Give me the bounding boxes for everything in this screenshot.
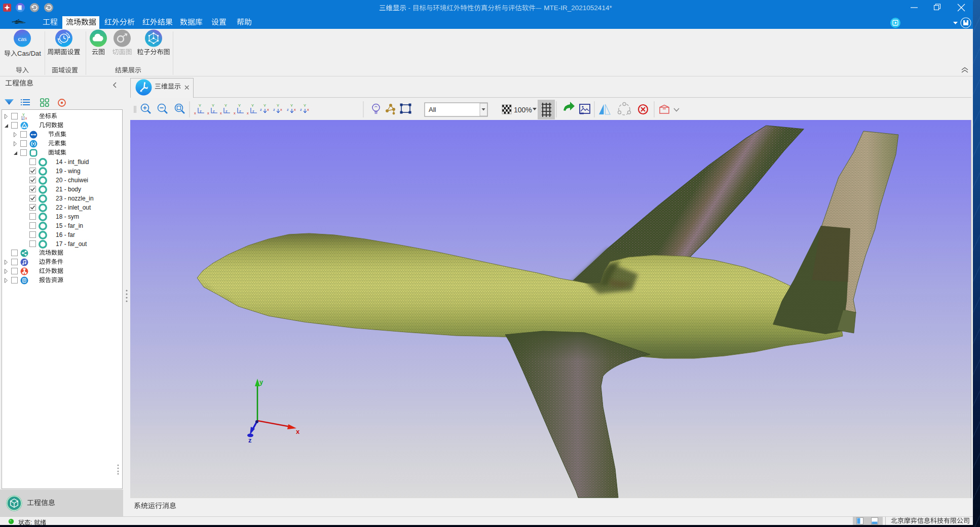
svg-text:z: z [200, 109, 202, 113]
svg-text:Y: Y [277, 103, 279, 108]
svg-text:x: x [267, 107, 269, 112]
svg-text:All: All [429, 106, 436, 113]
svg-text:Y: Y [304, 103, 306, 108]
svg-text:z: z [260, 107, 262, 112]
svg-text:x: x [220, 111, 222, 115]
svg-text:z: z [22, 116, 24, 120]
svg-text:cas: cas [18, 35, 26, 43]
svg-text:z: z [213, 109, 215, 113]
svg-text:Y: Y [263, 103, 266, 108]
svg-text:Y: Y [290, 103, 293, 108]
svg-text:x: x [280, 107, 282, 112]
svg-text:100%: 100% [514, 106, 532, 114]
svg-text:x: x [207, 111, 209, 115]
svg-text:z: z [300, 107, 302, 112]
svg-text:Y: Y [212, 103, 214, 108]
svg-text:x: x [294, 107, 296, 112]
svg-text:Y: Y [238, 103, 241, 108]
svg-text:y: y [259, 378, 263, 386]
svg-text:Y: Y [199, 103, 201, 108]
svg-text:z: z [225, 109, 228, 113]
svg-text:Y: Y [251, 103, 254, 108]
svg-text:Y: Y [224, 103, 227, 108]
svg-text:z: z [248, 436, 252, 444]
svg-text:x: x [194, 111, 196, 115]
svg-text:x: x [247, 111, 249, 115]
svg-text:x: x [296, 428, 300, 435]
svg-text:z: z [239, 109, 241, 113]
svg-text:z: z [287, 107, 289, 112]
svg-text:x: x [25, 116, 27, 120]
svg-text:z: z [252, 109, 254, 113]
svg-text:x: x [234, 111, 236, 115]
svg-text:z: z [273, 107, 275, 112]
svg-text:x: x [307, 107, 309, 112]
